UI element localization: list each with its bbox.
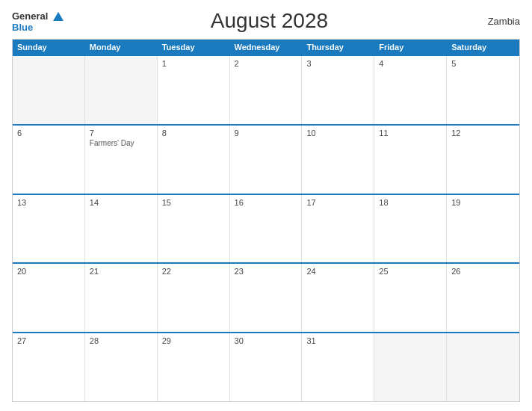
day-number: 3 bbox=[306, 59, 369, 68]
day-number: 12 bbox=[451, 129, 515, 137]
day-cell: 19 bbox=[447, 195, 519, 263]
day-cell: 25 bbox=[374, 264, 447, 332]
day-cell: 7Farmers' Day bbox=[85, 126, 158, 194]
logo-general-text: General bbox=[12, 9, 64, 22]
day-cell: 26 bbox=[447, 264, 519, 332]
day-number: 18 bbox=[379, 198, 442, 207]
day-number: 31 bbox=[306, 336, 369, 345]
week-row-2: 13141516171819 bbox=[13, 194, 519, 263]
day-number: 20 bbox=[17, 267, 80, 276]
calendar-title: August 2028 bbox=[64, 9, 475, 33]
day-cell bbox=[85, 56, 158, 124]
day-number: 19 bbox=[451, 198, 515, 207]
day-number: 13 bbox=[17, 198, 80, 207]
day-cell: 2 bbox=[230, 56, 303, 124]
day-cell bbox=[447, 333, 519, 401]
day-cell: 6 bbox=[13, 126, 85, 194]
day-number: 25 bbox=[379, 267, 442, 276]
logo-triangle-icon bbox=[53, 12, 64, 21]
day-cell: 9 bbox=[230, 126, 303, 194]
day-cell: 29 bbox=[158, 333, 230, 401]
logo: General Blue bbox=[12, 9, 64, 33]
day-number: 2 bbox=[235, 59, 297, 68]
day-cell: 13 bbox=[13, 195, 85, 263]
week-row-4: 2728293031 bbox=[13, 332, 519, 401]
day-cell: 1 bbox=[158, 56, 230, 124]
day-cell: 30 bbox=[230, 333, 303, 401]
day-number: 23 bbox=[235, 267, 297, 276]
week-row-0: 12345 bbox=[13, 55, 519, 124]
day-headers-row: SundayMondayTuesdayWednesdayThursdayFrid… bbox=[13, 40, 519, 55]
week-row-3: 20212223242526 bbox=[13, 262, 519, 332]
day-cell: 3 bbox=[302, 56, 374, 124]
header: General Blue August 2028 Zambia bbox=[12, 9, 520, 33]
country-label: Zambia bbox=[475, 16, 520, 27]
day-cell: 31 bbox=[302, 333, 374, 401]
day-header-saturday: Saturday bbox=[447, 40, 519, 55]
day-cell: 28 bbox=[85, 333, 158, 401]
day-cell: 17 bbox=[302, 195, 374, 263]
day-number: 6 bbox=[17, 129, 80, 137]
day-cell bbox=[13, 56, 85, 124]
day-cell: 22 bbox=[158, 264, 230, 332]
day-cell: 11 bbox=[374, 126, 447, 194]
day-header-friday: Friday bbox=[374, 40, 447, 55]
day-number: 4 bbox=[379, 59, 442, 68]
day-cell: 10 bbox=[302, 126, 374, 194]
weeks-container: 1234567Farmers' Day891011121314151617181… bbox=[13, 55, 519, 401]
week-row-1: 67Farmers' Day89101112 bbox=[13, 124, 519, 194]
day-number: 15 bbox=[162, 198, 225, 207]
day-number: 17 bbox=[306, 198, 369, 207]
day-header-tuesday: Tuesday bbox=[158, 40, 230, 55]
day-number: 28 bbox=[90, 336, 152, 345]
day-number: 16 bbox=[235, 198, 297, 207]
day-cell: 12 bbox=[447, 126, 519, 194]
day-number: 27 bbox=[17, 336, 80, 345]
day-cell: 23 bbox=[230, 264, 303, 332]
day-number: 24 bbox=[306, 267, 369, 276]
day-number: 8 bbox=[162, 129, 225, 137]
day-cell: 14 bbox=[85, 195, 158, 263]
day-header-monday: Monday bbox=[85, 40, 158, 55]
calendar-page: General Blue August 2028 Zambia SundayMo… bbox=[0, 0, 532, 411]
day-number: 7 bbox=[90, 129, 152, 137]
day-cell: 8 bbox=[158, 126, 230, 194]
day-cell: 21 bbox=[85, 264, 158, 332]
day-header-wednesday: Wednesday bbox=[230, 40, 303, 55]
day-number: 9 bbox=[235, 129, 297, 137]
day-cell: 4 bbox=[374, 56, 447, 124]
day-cell: 5 bbox=[447, 56, 519, 124]
day-number: 14 bbox=[90, 198, 152, 207]
logo-general-word: General bbox=[12, 10, 48, 22]
day-cell bbox=[374, 333, 447, 401]
day-number: 5 bbox=[451, 59, 515, 68]
day-number: 26 bbox=[451, 267, 515, 276]
day-cell: 20 bbox=[13, 264, 85, 332]
day-cell: 18 bbox=[374, 195, 447, 263]
logo-blue-text: Blue bbox=[12, 22, 64, 33]
calendar-grid: SundayMondayTuesdayWednesdayThursdayFrid… bbox=[12, 39, 520, 402]
day-number: 10 bbox=[306, 129, 369, 137]
day-number: 11 bbox=[379, 129, 442, 137]
day-header-sunday: Sunday bbox=[13, 40, 85, 55]
day-number: 29 bbox=[162, 336, 225, 345]
day-cell: 24 bbox=[302, 264, 374, 332]
day-header-thursday: Thursday bbox=[302, 40, 374, 55]
day-cell: 15 bbox=[158, 195, 230, 263]
day-number: 1 bbox=[162, 59, 225, 68]
day-cell: 27 bbox=[13, 333, 85, 401]
day-number: 22 bbox=[162, 267, 225, 276]
day-event: Farmers' Day bbox=[90, 139, 152, 148]
day-number: 30 bbox=[235, 336, 297, 345]
day-cell: 16 bbox=[230, 195, 303, 263]
day-number: 21 bbox=[90, 267, 152, 276]
